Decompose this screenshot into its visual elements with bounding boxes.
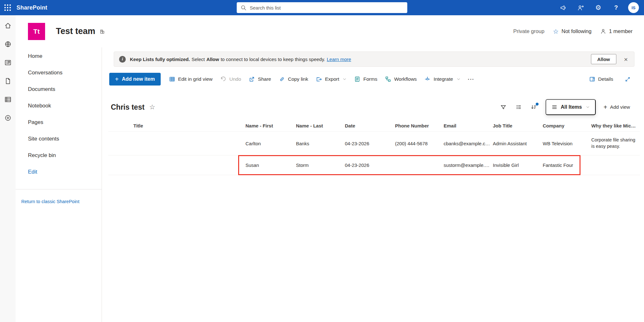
settings-button[interactable]: ⚙ (593, 2, 604, 13)
sort-button[interactable] (527, 100, 540, 114)
list-table: Title Name - First Name - Last Date Phon… (108, 120, 640, 175)
table-row[interactable]: Carlton Banks 04-23-2026 (200) 444-5678 … (108, 132, 640, 155)
learn-more-link[interactable]: Learn more (327, 57, 351, 62)
help-icon: ? (614, 4, 618, 11)
gear-icon: ⚙ (595, 4, 601, 11)
nav-item-pages[interactable]: Pages (16, 114, 102, 131)
column-header-email[interactable]: Email (444, 123, 493, 128)
follow-button[interactable]: ☆ Not following (553, 28, 591, 35)
list-title: Chris test (111, 103, 144, 112)
filter-button[interactable] (497, 100, 510, 114)
search-input[interactable] (250, 5, 404, 10)
rail-news-button[interactable] (4, 58, 12, 67)
add-new-item-label: Add new item (122, 76, 155, 82)
undo-icon (220, 76, 226, 82)
add-new-item-button[interactable]: + Add new item (109, 73, 161, 86)
filter-icon (500, 104, 506, 110)
export-button[interactable]: Export (312, 73, 350, 86)
members-button[interactable]: 1 member (600, 28, 633, 34)
edit-grid-view-button[interactable]: Edit in grid view (165, 73, 217, 86)
column-header-company[interactable]: Company (543, 123, 591, 128)
nav-item-documents[interactable]: Documents (16, 81, 102, 98)
nav-divider (16, 189, 102, 189)
share-button[interactable]: Share (245, 73, 275, 86)
search-box[interactable] (237, 2, 407, 13)
view-controls: All Items + Add view (497, 99, 633, 115)
nav-item-recycle-bin[interactable]: Recycle bin (16, 147, 102, 164)
forms-icon (354, 76, 360, 82)
command-bar-right: Details (585, 73, 634, 86)
copy-link-button[interactable]: Copy link (275, 73, 312, 86)
column-header-why[interactable]: Why they like Mic… (591, 123, 640, 128)
search-icon (241, 5, 247, 11)
view-selector-label: All Items (561, 104, 582, 110)
rail-home-button[interactable] (4, 22, 12, 30)
share-icon (249, 76, 255, 82)
view-selector[interactable]: All Items (546, 99, 596, 115)
rail-create-button[interactable] (4, 114, 12, 122)
column-header-phone[interactable]: Phone Number (395, 123, 444, 128)
cell-email: sustorm@example.… (444, 162, 493, 168)
app-launcher-button[interactable] (0, 0, 15, 15)
app-rail (0, 15, 16, 322)
chevron-down-icon (586, 105, 590, 109)
account-avatar[interactable]: IS (628, 2, 639, 13)
chevron-down-icon (457, 77, 460, 81)
cell-date: 04-23-2026 (345, 141, 395, 146)
share-site-button[interactable] (575, 2, 586, 13)
more-commands-button[interactable]: ••• (464, 73, 479, 86)
nav-item-notebook[interactable]: Notebook (16, 98, 102, 114)
add-view-button[interactable]: + Add view (601, 104, 633, 110)
chevron-down-icon (343, 77, 346, 81)
workflows-icon (385, 76, 391, 82)
close-icon[interactable]: × (624, 56, 628, 63)
rail-lists-button[interactable] (4, 95, 12, 104)
cell-last-name: Storm (296, 162, 345, 168)
site-title[interactable]: Test team (56, 26, 95, 36)
privacy-label: Private group (513, 28, 544, 34)
column-header-date[interactable]: Date (345, 123, 395, 128)
add-view-label: Add view (610, 104, 630, 110)
waffle-icon (4, 4, 11, 11)
table-header-row: Title Name - First Name - Last Date Phon… (108, 120, 640, 132)
plus-icon: + (603, 104, 607, 110)
rail-files-button[interactable] (4, 77, 12, 85)
feedback-button[interactable] (557, 2, 568, 13)
details-button[interactable]: Details (585, 73, 617, 86)
banner-text-post: to connect to local devices to keep thin… (221, 57, 325, 62)
site-header-meta: Private group ☆ Not following 1 member (513, 28, 633, 35)
site-header: Tt Test team Private group ☆ Not followi… (16, 15, 644, 47)
globe-icon (4, 40, 12, 48)
table-row[interactable]: Susan Storm 04-23-2026 sustorm@example.…… (108, 155, 640, 175)
optimization-banner: i Keep Lists fully optimized. Select All… (114, 51, 634, 67)
person-share-icon (577, 4, 584, 11)
help-button[interactable]: ? (610, 2, 622, 13)
suite-bar-actions: ⚙ ? IS (557, 0, 644, 15)
column-header-last-name[interactable]: Name - Last (296, 123, 345, 128)
cell-first-name: Carlton (245, 141, 296, 146)
members-label: 1 member (609, 28, 633, 34)
forms-button[interactable]: Forms (350, 73, 381, 86)
return-to-classic-link[interactable]: Return to classic SharePoint (21, 199, 79, 204)
banner-text-allow: Allow (206, 57, 219, 62)
integrate-button[interactable]: Integrate (420, 73, 464, 86)
building-icon (99, 29, 105, 34)
undo-button[interactable]: Undo (216, 73, 245, 86)
favorite-star-icon[interactable]: ☆ (149, 103, 155, 111)
app-title: SharePoint (17, 4, 47, 11)
workflows-button[interactable]: Workflows (381, 73, 420, 86)
site-logo[interactable]: Tt (28, 23, 45, 40)
rail-sites-button[interactable] (4, 40, 12, 48)
group-view-button[interactable] (512, 100, 525, 114)
hamburger-icon (552, 104, 557, 110)
expand-content-button[interactable] (621, 73, 634, 86)
column-header-title[interactable]: Title (133, 123, 245, 128)
nav-edit-link[interactable]: Edit (16, 164, 102, 180)
nav-item-site-contents[interactable]: Site contents (16, 131, 102, 147)
home-icon (4, 22, 12, 30)
column-header-first-name[interactable]: Name - First (245, 123, 296, 128)
allow-button[interactable]: Allow (591, 54, 616, 64)
nav-item-conversations[interactable]: Conversations (16, 65, 102, 81)
nav-item-home[interactable]: Home (16, 48, 102, 65)
column-header-job-title[interactable]: Job Title (493, 123, 543, 128)
